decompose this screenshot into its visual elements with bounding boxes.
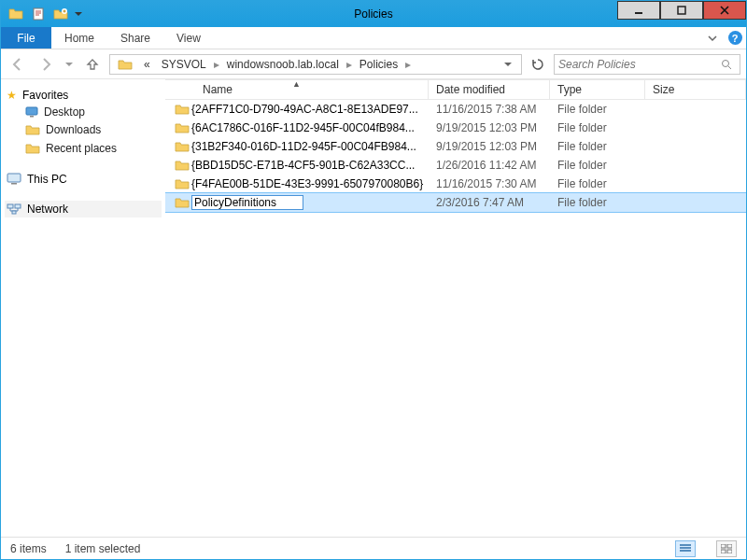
folder-icon: [173, 120, 191, 135]
folder-icon: [173, 176, 191, 191]
qat-properties-button[interactable]: [27, 4, 49, 24]
col-date[interactable]: Date modified: [429, 80, 550, 99]
breadcrumb-seg-domain[interactable]: windowsnoob.lab.local: [221, 55, 345, 74]
col-type[interactable]: Type: [550, 80, 645, 99]
status-selection-count: 1 item selected: [65, 542, 141, 555]
nav-item-label: Desktop: [44, 105, 85, 119]
search-icon: [721, 59, 736, 70]
svg-rect-11: [12, 211, 16, 214]
svg-rect-3: [678, 7, 685, 14]
file-row[interactable]: {BBD15D5C-E71B-4CF5-901B-C62A33CC...1/26…: [165, 156, 746, 175]
svg-rect-14: [721, 550, 726, 553]
file-row[interactable]: {31B2F340-016D-11D2-945F-00C04FB984...9/…: [165, 137, 746, 156]
svg-rect-10: [15, 204, 21, 208]
back-button[interactable]: [7, 53, 29, 76]
file-date: 9/19/2015 12:03 PM: [429, 140, 550, 153]
file-type: File folder: [550, 121, 645, 134]
breadcrumb-dropdown[interactable]: [504, 61, 519, 68]
nav-item-label: This PC: [27, 173, 67, 186]
main-area: ★ Favorites Desktop Downloads Recent pla…: [1, 79, 746, 537]
search-box[interactable]: [554, 54, 740, 75]
expand-ribbon-button[interactable]: [701, 27, 724, 49]
home-tab[interactable]: Home: [51, 27, 107, 49]
file-date: 1/26/2016 11:42 AM: [429, 159, 550, 172]
rename-input[interactable]: [191, 195, 303, 210]
breadcrumb-seg-sysvol[interactable]: SYSVOL: [156, 55, 212, 74]
view-details-button[interactable]: [675, 540, 696, 557]
nav-desktop[interactable]: Desktop: [5, 104, 162, 120]
nav-downloads[interactable]: Downloads: [5, 120, 162, 139]
folder-icon: [173, 139, 191, 154]
col-name[interactable]: ▲ Name: [165, 80, 429, 99]
desktop-icon: [25, 106, 38, 118]
nav-favorites[interactable]: ★ Favorites: [5, 87, 162, 104]
close-button[interactable]: [703, 1, 746, 20]
file-row[interactable]: 2/3/2016 7:47 AMFile folder: [165, 193, 746, 212]
qat-customize-dropdown[interactable]: [72, 4, 85, 24]
col-size[interactable]: Size: [645, 80, 746, 99]
breadcrumb[interactable]: « SYSVOL ▸ windowsnoob.lab.local ▸ Polic…: [109, 54, 522, 75]
up-button[interactable]: [81, 53, 104, 76]
file-name: {31B2F340-016D-11D2-945F-00C04FB984...: [191, 140, 416, 153]
file-date: 9/19/2015 12:03 PM: [429, 121, 550, 134]
svg-point-4: [723, 60, 729, 66]
chevron-right-icon: ▸: [403, 58, 413, 71]
history-dropdown[interactable]: [63, 53, 76, 76]
nav-item-label: Network: [27, 203, 68, 216]
file-type: File folder: [550, 196, 645, 209]
nav-thispc[interactable]: This PC: [5, 171, 162, 188]
navigation-pane: ★ Favorites Desktop Downloads Recent pla…: [1, 79, 165, 537]
file-list[interactable]: {2AFF71C0-D790-49AC-A8C1-8E13ADE97...11/…: [165, 100, 746, 537]
svg-rect-7: [7, 174, 21, 182]
nav-item-label: Recent places: [46, 142, 117, 155]
folder-icon: [25, 122, 40, 137]
computer-icon: [7, 173, 21, 186]
nav-recent[interactable]: Recent places: [5, 139, 162, 158]
explorer-window: Policies File Home Share View ?: [0, 0, 747, 560]
content-pane: ▲ Name Date modified Type Size {2AFF71C0…: [165, 79, 746, 537]
help-button[interactable]: ?: [724, 27, 746, 49]
titlebar: Policies: [1, 1, 746, 27]
file-tab[interactable]: File: [1, 27, 51, 49]
file-row[interactable]: {6AC1786C-016F-11D2-945F-00C04fB984...9/…: [165, 119, 746, 137]
file-row[interactable]: {F4FAE00B-51DE-43E3-9991-6507970080B6}11…: [165, 175, 746, 193]
column-headers: ▲ Name Date modified Type Size: [165, 79, 746, 100]
breadcrumb-root-icon[interactable]: [112, 55, 138, 74]
file-type: File folder: [550, 159, 645, 172]
file-type: File folder: [550, 103, 645, 116]
file-date: 11/16/2015 7:30 AM: [429, 177, 550, 190]
forward-button[interactable]: [35, 53, 57, 76]
view-largeicons-button[interactable]: [716, 540, 737, 557]
nav-favorites-label: Favorites: [22, 89, 68, 102]
maximize-button[interactable]: [660, 1, 703, 20]
file-type: File folder: [550, 177, 645, 190]
qat-folder-icon: [5, 4, 27, 24]
svg-rect-8: [11, 183, 17, 185]
breadcrumb-seg-policies[interactable]: Policies: [354, 55, 403, 74]
qat-newfolder-button[interactable]: [49, 4, 72, 24]
svg-rect-0: [34, 8, 43, 20]
file-name: {2AFF71C0-D790-49AC-A8C1-8E13ADE97...: [191, 103, 418, 116]
file-date: 11/16/2015 7:38 AM: [429, 103, 550, 116]
view-tab[interactable]: View: [163, 27, 214, 49]
file-type: File folder: [550, 140, 645, 153]
folder-icon: [173, 195, 191, 210]
search-input[interactable]: [558, 58, 721, 71]
svg-rect-13: [727, 544, 732, 548]
chevron-right-icon: ▸: [212, 58, 221, 71]
nav-network[interactable]: Network: [5, 201, 162, 217]
folder-icon: [173, 158, 191, 173]
svg-rect-5: [26, 107, 37, 115]
address-bar-row: « SYSVOL ▸ windowsnoob.lab.local ▸ Polic…: [1, 49, 746, 79]
refresh-button[interactable]: [528, 54, 548, 75]
file-date: 2/3/2016 7:47 AM: [429, 196, 550, 209]
status-item-count: 6 items: [10, 542, 47, 555]
minimize-button[interactable]: [617, 1, 660, 20]
share-tab[interactable]: Share: [107, 27, 163, 49]
svg-rect-6: [30, 116, 34, 118]
sort-asc-icon: ▲: [292, 79, 301, 89]
breadcrumb-ellipsis[interactable]: «: [138, 55, 156, 74]
status-bar: 6 items 1 item selected: [1, 537, 746, 559]
svg-rect-9: [7, 204, 13, 208]
file-row[interactable]: {2AFF71C0-D790-49AC-A8C1-8E13ADE97...11/…: [165, 100, 746, 119]
